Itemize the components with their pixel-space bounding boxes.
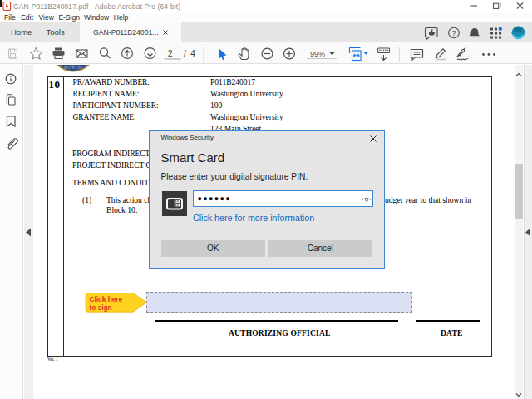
svg-text:/ 4: / 4 xyxy=(184,49,195,58)
svg-text:99%: 99% xyxy=(310,50,325,58)
svg-text:?: ? xyxy=(451,29,456,37)
svg-text:2: 2 xyxy=(168,49,173,58)
svg-text:to sign: to sign xyxy=(89,303,111,311)
svg-text:Click here: Click here xyxy=(89,294,122,303)
